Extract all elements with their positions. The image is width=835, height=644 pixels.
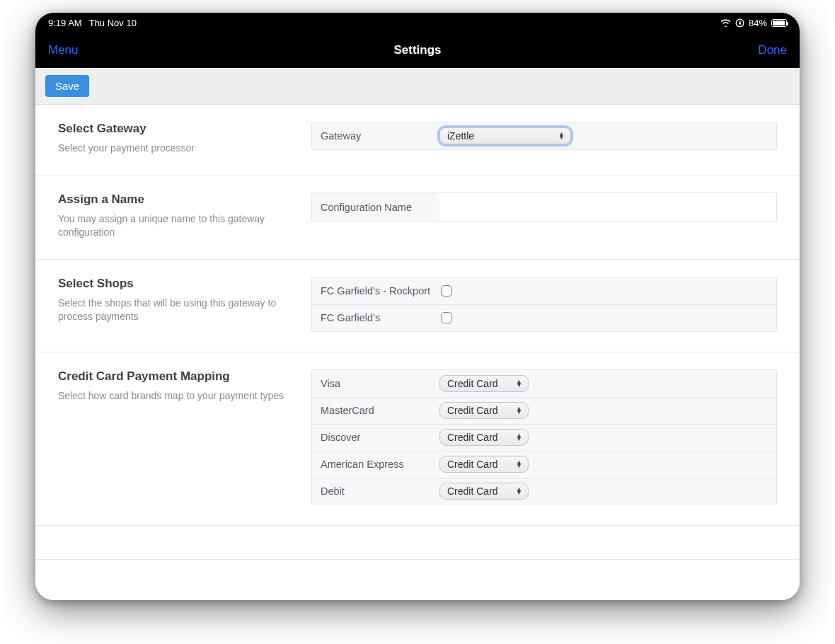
chevron-updown-icon: ▲▼ <box>516 434 522 441</box>
shop-label: FC Garfield's <box>312 306 439 329</box>
battery-percent: 84% <box>749 18 767 28</box>
save-button[interactable]: Save <box>45 75 89 97</box>
battery-icon <box>771 19 787 27</box>
wifi-icon <box>720 19 731 27</box>
status-bar: 9:19 AM Thu Nov 10 84% <box>35 13 800 33</box>
section-name: Assign a Name You may assign a unique na… <box>35 176 800 260</box>
config-name-label: Configuration Name <box>312 196 439 219</box>
mapping-select-value: Credit Card <box>447 485 498 497</box>
section-shops-title: Select Shops <box>58 277 292 291</box>
nav-bar: Menu Settings Done <box>35 33 800 68</box>
mapping-select-value: Credit Card <box>447 405 498 416</box>
mapping-label: MasterCard <box>312 399 439 422</box>
gateway-select-value: iZettle <box>447 130 474 142</box>
gateway-field-label: Gateway <box>312 125 439 147</box>
section-mapping-title: Credit Card Payment Mapping <box>58 369 292 384</box>
section-mapping: Credit Card Payment Mapping Select how c… <box>35 352 800 526</box>
section-name-desc: You may assign a unique name to this gat… <box>58 212 292 239</box>
section-name-title: Assign a Name <box>58 192 292 207</box>
section-gateway-desc: Select your payment processor <box>58 142 292 155</box>
mapping-select-value: Credit Card <box>447 459 498 470</box>
shop-row: FC Garfield's - Rockport <box>312 277 776 304</box>
mapping-row: Discover Credit Card ▲▼ <box>312 424 776 451</box>
page-title: Settings <box>393 43 441 57</box>
menu-button[interactable]: Menu <box>48 43 79 57</box>
svg-rect-1 <box>739 22 741 24</box>
rotation-lock-icon <box>735 18 744 28</box>
config-name-input[interactable] <box>439 196 771 219</box>
section-mapping-desc: Select how card brands map to your payme… <box>58 389 292 403</box>
chevron-updown-icon: ▲▼ <box>516 407 522 414</box>
footer-gap <box>35 526 800 560</box>
toolbar: Save <box>35 68 800 105</box>
chevron-updown-icon: ▲▼ <box>558 132 565 139</box>
section-shops: Select Shops Select the shops that will … <box>35 260 800 352</box>
section-gateway: Select Gateway Select your payment proce… <box>35 105 800 176</box>
mapping-select-debit[interactable]: Credit Card ▲▼ <box>439 483 529 500</box>
mapping-label: Discover <box>312 426 439 449</box>
mapping-select-discover[interactable]: Credit Card ▲▼ <box>439 429 529 446</box>
mapping-label: Debit <box>312 480 439 502</box>
done-button[interactable]: Done <box>758 43 787 57</box>
chevron-updown-icon: ▲▼ <box>516 488 522 495</box>
mapping-row: Debit Credit Card ▲▼ <box>312 478 776 505</box>
mapping-row: MasterCard Credit Card ▲▼ <box>312 397 776 424</box>
mapping-select-value: Credit Card <box>447 378 498 389</box>
status-time: 9:19 AM <box>48 18 82 28</box>
shop-checkbox-0[interactable] <box>441 285 452 297</box>
mapping-select-amex[interactable]: Credit Card ▲▼ <box>439 456 529 473</box>
section-shops-desc: Select the shops that will be using this… <box>58 297 292 323</box>
mapping-label: Visa <box>312 372 439 395</box>
mapping-select-value: Credit Card <box>447 432 498 443</box>
mapping-row: Visa Credit Card ▲▼ <box>312 370 776 397</box>
section-gateway-title: Select Gateway <box>58 122 292 136</box>
device-frame: 9:19 AM Thu Nov 10 84% Menu Settings Don… <box>35 13 800 600</box>
chevron-updown-icon: ▲▼ <box>516 461 522 468</box>
shop-checkbox-1[interactable] <box>441 312 452 323</box>
mapping-row: American Express Credit Card ▲▼ <box>312 451 776 478</box>
content-area: Select Gateway Select your payment proce… <box>35 105 800 600</box>
mapping-select-visa[interactable]: Credit Card ▲▼ <box>439 375 529 392</box>
mapping-select-mastercard[interactable]: Credit Card ▲▼ <box>439 402 529 419</box>
mapping-label: American Express <box>312 453 439 476</box>
shop-label: FC Garfield's - Rockport <box>312 280 439 302</box>
chevron-updown-icon: ▲▼ <box>516 380 522 387</box>
status-date: Thu Nov 10 <box>89 18 137 28</box>
gateway-select[interactable]: iZettle ▲▼ <box>439 127 571 144</box>
shop-row: FC Garfield's <box>312 304 776 331</box>
